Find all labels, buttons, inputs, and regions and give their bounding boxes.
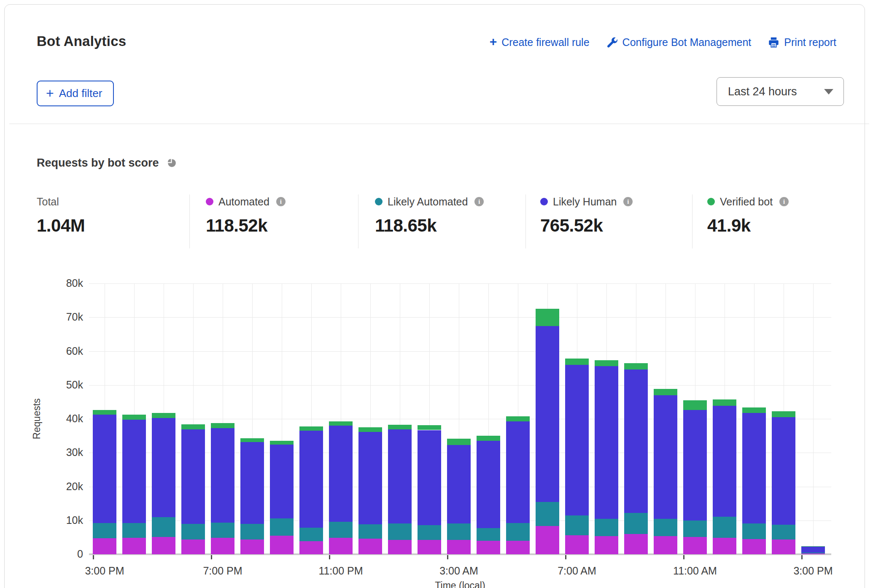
segment-likely-automated: [358, 524, 382, 539]
stat-likely-human-value: 765.52k: [540, 216, 633, 236]
segment-likely-automated: [240, 524, 264, 539]
bar-24-200pm[interactable]: [772, 283, 795, 554]
segment-automated: [683, 537, 707, 554]
segment-verified-bot: [122, 415, 146, 419]
segment-likely-automated: [211, 523, 234, 538]
segment-likely-automated: [152, 517, 175, 537]
stat-automated-value: 118.52k: [206, 216, 286, 236]
bar-23-100pm[interactable]: [742, 283, 766, 554]
segment-verified-bot: [683, 400, 707, 410]
stat-likely-automated: Likely Automated i 118.65k: [375, 195, 484, 236]
bar-25-300pm[interactable]: [801, 283, 825, 554]
create-firewall-rule-label: Create firewall rule: [501, 36, 589, 49]
section-title: Requests by bot score: [37, 156, 159, 170]
segment-likely-human: [329, 426, 353, 522]
segment-likely-automated: [122, 523, 146, 538]
bar-5-700pm[interactable]: [211, 283, 234, 554]
segment-likely-automated: [654, 519, 677, 536]
x-tick-label: 11:00 AM: [673, 565, 717, 577]
segment-automated: [654, 536, 677, 554]
bar-16-600am[interactable]: [536, 283, 559, 554]
segment-verified-bot: [742, 407, 766, 413]
bar-8-1000pm[interactable]: [299, 283, 323, 554]
segment-verified-bot: [358, 427, 382, 432]
segment-verified-bot: [152, 413, 175, 418]
segment-likely-human: [418, 430, 441, 526]
x-tick-mark: [683, 555, 684, 559]
bar-1-300pm[interactable]: [93, 283, 116, 554]
print-report-link[interactable]: Print report: [768, 36, 836, 49]
header-divider: [9, 124, 869, 124]
x-tick-mark: [211, 555, 212, 559]
segment-automated: [595, 536, 618, 554]
segment-likely-automated: [624, 513, 648, 534]
bar-12-200am[interactable]: [418, 283, 441, 554]
info-icon[interactable]: i: [474, 197, 484, 206]
segment-automated: [418, 540, 441, 554]
bar-20-1000am[interactable]: [654, 283, 677, 554]
segment-likely-automated: [595, 519, 618, 536]
bar-6-800pm[interactable]: [240, 283, 264, 554]
bar-22-1200pm[interactable]: [713, 283, 736, 554]
segment-automated: [506, 541, 530, 554]
segment-likely-automated: [565, 515, 589, 535]
bar-21-1100am[interactable]: [683, 283, 707, 554]
segment-automated: [801, 553, 825, 554]
segment-likely-human: [506, 421, 530, 523]
segment-automated: [772, 539, 795, 554]
segment-likely-automated: [713, 517, 736, 538]
segment-verified-bot: [565, 359, 589, 364]
stat-likely-automated-label: Likely Automated: [388, 196, 468, 208]
create-firewall-rule-link[interactable]: + Create firewall rule: [490, 36, 590, 49]
segment-verified-bot: [211, 423, 234, 428]
y-tick-label: 50k: [45, 379, 83, 391]
segment-likely-human: [122, 420, 146, 523]
segment-likely-human: [654, 395, 677, 519]
configure-bot-management-link[interactable]: Configure Bot Management: [606, 36, 752, 49]
bar-7-900pm[interactable]: [270, 283, 294, 554]
add-filter-button[interactable]: + Add filter: [37, 81, 114, 106]
info-icon[interactable]: i: [276, 197, 286, 206]
x-tick-mark: [93, 555, 94, 559]
stat-total-label: Total: [37, 196, 59, 208]
segment-verified-bot: [654, 389, 677, 395]
legend-dot-likely-automated: [375, 198, 383, 205]
bar-15-500am[interactable]: [506, 283, 530, 554]
x-axis-title: Time (local): [435, 580, 485, 588]
bar-11-100am[interactable]: [388, 283, 412, 554]
info-icon[interactable]: i: [779, 197, 789, 206]
bar-19-900am[interactable]: [624, 283, 648, 554]
bar-10-1200am[interactable]: [358, 283, 382, 554]
segment-likely-automated: [477, 528, 500, 541]
segment-likely-human: [299, 431, 323, 528]
info-icon[interactable]: i: [623, 197, 633, 206]
stat-automated: Automated i 118.52k: [206, 195, 286, 236]
y-tick-label: 70k: [45, 311, 83, 323]
segment-likely-automated: [270, 518, 294, 536]
bar-17-700am[interactable]: [565, 283, 589, 554]
bar-9-1100pm[interactable]: [329, 283, 353, 554]
segment-verified-bot: [270, 441, 294, 445]
chevron-down-icon: [824, 89, 833, 94]
bar-4-600pm[interactable]: [181, 283, 205, 554]
bar-3-500pm[interactable]: [152, 283, 175, 554]
segment-verified-bot: [329, 421, 353, 426]
segment-likely-automated: [506, 523, 530, 541]
segment-likely-human: [683, 410, 707, 521]
bar-13-300am[interactable]: [447, 283, 471, 554]
stat-divider: [358, 194, 358, 248]
bar-14-400am[interactable]: [477, 283, 500, 554]
segment-likely-automated: [388, 523, 412, 540]
y-tick-label: 20k: [45, 480, 83, 493]
x-tick-mark: [565, 555, 566, 559]
time-range-select[interactable]: Last 24 hours: [717, 77, 844, 106]
x-tick-label: 3:00 AM: [439, 565, 478, 577]
bar-18-800am[interactable]: [595, 283, 618, 554]
bar-2-400pm[interactable]: [122, 283, 146, 554]
segment-automated: [240, 539, 264, 554]
segment-automated: [299, 541, 323, 554]
legend-dot-automated: [206, 198, 213, 205]
x-tick-mark: [329, 555, 330, 559]
segment-likely-human: [270, 445, 294, 518]
section-header: Requests by bot score: [37, 156, 177, 170]
